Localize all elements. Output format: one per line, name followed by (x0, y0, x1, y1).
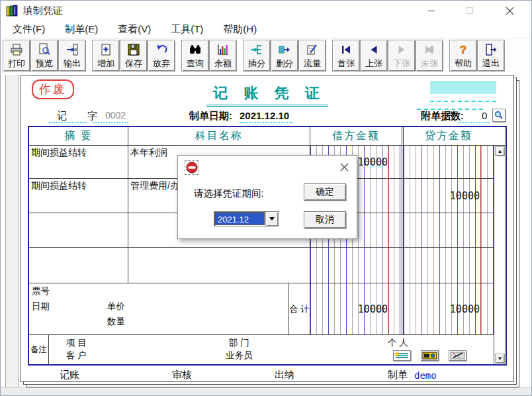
save-floppy-icon (127, 42, 140, 58)
dropdown-arrow-icon[interactable] (265, 212, 278, 226)
app-window: 填制凭证 文件(F) 制单(E) 查看(V) 工具(T) 帮助(H) 打印 (0, 0, 532, 396)
menu-tools[interactable]: 工具(T) (164, 22, 210, 37)
insert-split-icon (250, 42, 263, 58)
ok-button[interactable]: 确定 (304, 183, 346, 201)
row-summary-cell[interactable] (29, 248, 128, 283)
next-page-icon (395, 42, 408, 58)
exit-button[interactable]: 退出 (477, 40, 505, 72)
abandon-button[interactable]: 放弃 (148, 40, 175, 72)
scroll-up-icon[interactable]: ▲ (495, 146, 505, 156)
header-debit: 借方金额 (310, 127, 402, 146)
total-credit-cell: 10000 (402, 283, 494, 335)
camera-card-button[interactable] (421, 350, 439, 361)
dashed-field-line (430, 101, 496, 102)
voucher-title: 记 账 凭 证 (206, 83, 328, 107)
header-account: 科目名称 (128, 127, 310, 146)
stop-icon (186, 162, 198, 173)
delete-split-icon (278, 42, 291, 58)
flow-button[interactable]: 流量 (298, 40, 326, 72)
person-label[interactable]: 个 人 (388, 337, 408, 349)
period-value-field[interactable]: 2021.12 (214, 212, 265, 226)
export-button[interactable]: 输出 (58, 40, 86, 72)
row-credit-cell[interactable] (402, 146, 494, 179)
save-button[interactable]: 保存 (120, 40, 148, 72)
row-summary-cell[interactable]: 期间损益结转 (29, 146, 128, 179)
menu-file[interactable]: 文件(F) (6, 22, 52, 37)
window-title: 填制凭证 (23, 5, 63, 17)
customer-label[interactable]: 客 户 (66, 350, 87, 362)
wand-button[interactable] (449, 350, 466, 361)
add-button[interactable]: 增加 (92, 40, 120, 72)
minimize-button[interactable] (415, 1, 448, 21)
window-bottom-strip (1, 387, 531, 396)
row-debit-cell[interactable] (310, 248, 402, 283)
menu-help[interactable]: 帮助(H) (216, 22, 263, 37)
maximize-button[interactable] (453, 1, 486, 21)
remark-cell: 项 目 客 户 部 门 业务员 个 人 (49, 335, 494, 364)
dotted-underline (49, 122, 86, 123)
toolbar: 打印 预览 输出 增加 (1, 38, 531, 74)
help-button[interactable]: ? 帮助 (449, 40, 477, 72)
menu-bar: 文件(F) 制单(E) 查看(V) 工具(T) 帮助(H) (1, 21, 531, 38)
delete-split-button[interactable]: 删分 (271, 40, 298, 72)
add-document-icon (99, 42, 112, 58)
department-label[interactable]: 部 门 (229, 337, 249, 349)
binoculars-icon (189, 42, 202, 58)
project-label[interactable]: 项 目 (66, 337, 87, 349)
next-page-button[interactable]: 下张 (388, 40, 416, 72)
attachment-zoom-button[interactable] (492, 109, 506, 122)
left-frame-band (5, 75, 19, 387)
row-summary-cell[interactable]: 期间损益结转 (29, 179, 128, 213)
prev-page-icon (367, 42, 380, 58)
period-selected-value: 2021.12 (215, 213, 265, 225)
last-page-button[interactable]: 末张 (416, 40, 443, 72)
serial-field[interactable] (430, 81, 496, 94)
balance-button[interactable]: 余额 (209, 40, 237, 72)
preparer-label: 制单 (388, 369, 408, 381)
insert-split-button[interactable]: 插分 (243, 40, 271, 72)
menu-voucher[interactable]: 制单(E) (58, 22, 105, 37)
prev-page-button[interactable]: 上张 (360, 40, 388, 72)
salesman-label[interactable]: 业务员 (226, 350, 253, 362)
date-label: 制单日期: (189, 110, 232, 123)
first-page-button[interactable]: 首张 (332, 40, 360, 72)
printer-icon (9, 42, 24, 58)
query-button[interactable]: 查询 (181, 40, 209, 72)
attachment-count[interactable]: 0 (482, 110, 487, 121)
header-scroll-corner (494, 127, 506, 146)
voucher-number[interactable]: 0002 (105, 110, 126, 121)
date-value[interactable]: 2021.12.10 (240, 110, 289, 121)
export-icon (66, 42, 79, 58)
cashier-label: 出纳 (275, 369, 294, 381)
flow-pen-icon (306, 42, 319, 58)
books-app-icon (6, 4, 19, 17)
cancel-button[interactable]: 取消 (304, 211, 346, 228)
period-dialog: 请选择凭证期间: 确定 2021.12 取消 (177, 155, 357, 239)
scroll-down-icon[interactable]: ▼ (495, 354, 505, 364)
print-button[interactable]: 打印 (3, 40, 30, 72)
preview-icon (38, 42, 51, 58)
table-scrollbar[interactable]: ▲ ▼ (494, 146, 506, 364)
row-credit-cell[interactable]: 10000 (402, 179, 494, 213)
undo-icon (155, 42, 168, 58)
dialog-close-icon[interactable] (338, 161, 350, 173)
close-button[interactable] (493, 1, 526, 21)
preview-button[interactable]: 预览 (30, 40, 58, 72)
remark-label-cell: 备注 (29, 335, 49, 364)
row-summary-cell[interactable] (29, 213, 128, 248)
menu-view[interactable]: 查看(V) (111, 22, 157, 37)
svg-text:?: ? (460, 44, 466, 56)
row-credit-cell[interactable] (402, 213, 494, 248)
row-account-cell[interactable] (128, 248, 310, 283)
header-summary: 摘 要 (29, 127, 128, 146)
row-credit-cell[interactable] (402, 248, 494, 283)
signature-stamp-button[interactable] (393, 350, 411, 361)
attachment-label: 附单据数: (421, 110, 464, 123)
voucher-word-prefix[interactable]: 记 (57, 110, 67, 123)
quantity-label: 数量 (107, 316, 125, 328)
dotted-underline (93, 122, 128, 123)
period-select[interactable]: 2021.12 (214, 211, 279, 226)
total-debit-cell: 10000 (310, 283, 402, 335)
exit-door-icon (484, 42, 498, 58)
preparer-name: demo (414, 370, 437, 381)
